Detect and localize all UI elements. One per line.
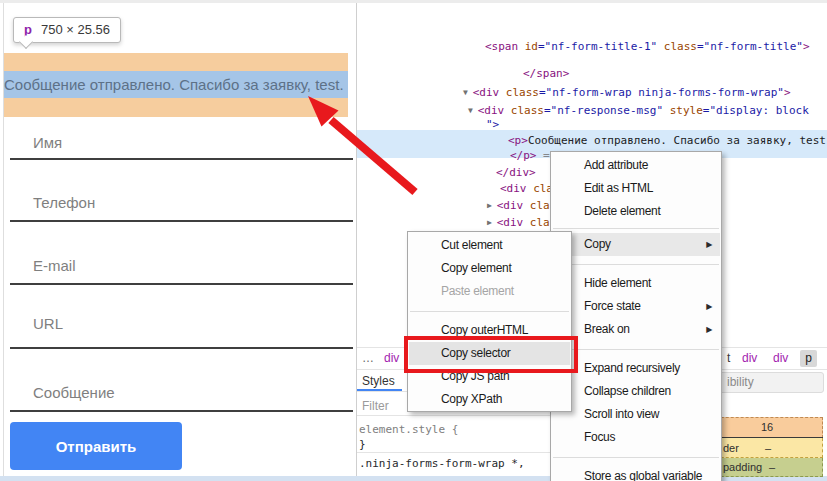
dom-tree-node[interactable]: ▼ <div class="nf-form-wrap ninja-forms-f… — [463, 86, 791, 99]
response-message: Сообщение отправлено. Спасибо за заявку,… — [4, 71, 354, 98]
style-rule-selector[interactable]: .ninja-forms-form-wrap *, — [359, 457, 525, 470]
rule-separator — [357, 452, 550, 453]
code-segment-attr: class — [506, 86, 539, 99]
menu-item-add-attribute[interactable]: Add attribute — [552, 154, 720, 177]
code-segment-val: ="nf-response-msg" — [544, 104, 663, 117]
code-segment-tag: <p> — [508, 134, 528, 147]
tab-styles[interactable]: Styles — [362, 374, 395, 388]
dom-tree-node[interactable]: </span> — [523, 67, 569, 80]
form-field-label: Имя — [33, 134, 62, 151]
menu-separator — [410, 311, 569, 312]
copy-submenu: Cut elementCopy elementPaste elementCopy… — [407, 231, 572, 412]
dom-tree-node[interactable]: <div cla — [500, 182, 553, 195]
code-segment-attr: cla — [530, 199, 550, 212]
menu-item-paste-element[interactable]: Paste element — [409, 280, 570, 303]
code-segment-tag: <div — [478, 104, 511, 117]
menu-separator — [553, 228, 719, 229]
code-segment-attr: style — [663, 104, 703, 117]
menu-item-cut-element[interactable]: Cut element — [409, 234, 570, 257]
inspect-margin-band-bottom — [4, 98, 348, 117]
menu-item-copy-element[interactable]: Copy element — [409, 257, 570, 280]
form-field-underline — [10, 158, 353, 160]
tooltip-dimensions: 750 × 25.56 — [41, 22, 110, 37]
dom-tree-node[interactable]: <span id="nf-form-title-1" class="nf-for… — [485, 40, 810, 53]
dom-tree-node[interactable]: ▶ <div cla — [487, 199, 550, 212]
boxmodel-border-label: der — [723, 442, 739, 454]
code-segment-tag: </p> — [510, 149, 537, 162]
boxmodel-margin-value: 16 — [761, 421, 773, 433]
submit-button[interactable]: Отправить — [10, 422, 182, 470]
code-segment-val: ="nf-form-title-1" — [538, 40, 657, 53]
menu-separator — [553, 264, 719, 265]
code-segment-arrow: ▶ — [487, 218, 497, 227]
code-segment-tag: <div — [473, 86, 506, 99]
dom-tree-node[interactable]: ▶ <div cla — [487, 216, 550, 229]
code-segment-arrow: ▶ — [487, 201, 497, 210]
form-field-label: URL — [33, 315, 63, 332]
code-segment-val: ="display: block — [703, 104, 809, 117]
boxmodel-padding-label: padding — [723, 461, 762, 473]
code-segment-tag: <span — [485, 40, 525, 53]
code-segment-tag: <div — [497, 216, 530, 229]
inspect-margin-band-top — [4, 53, 348, 71]
form-field-underline — [10, 410, 353, 412]
breadcrumb-item[interactable]: … — [362, 351, 374, 365]
menu-item-collapse-children[interactable]: Collapse children — [552, 380, 720, 403]
form-field-label: E-mail — [33, 257, 76, 274]
menu-item-scroll-into-view[interactable]: Scroll into view — [552, 403, 720, 426]
breadcrumb-item[interactable]: div — [742, 351, 757, 365]
submenu-arrow-icon: ▶ — [706, 295, 712, 318]
filterrow-border — [357, 415, 550, 416]
styles-filter-input[interactable]: Filter — [362, 399, 389, 413]
boxmodel-border-value: – — [765, 442, 771, 454]
code-segment-arrow: ▼ — [468, 106, 478, 115]
code-segment-attr: class — [511, 104, 544, 117]
code-segment-tag: </div> — [496, 166, 536, 179]
code-segment-tag: </span> — [523, 67, 569, 80]
boxmodel-padding-value: – — [769, 461, 775, 473]
form-field-underline — [10, 347, 353, 349]
code-segment-attr: cla — [530, 216, 550, 229]
menu-item-hide-element[interactable]: Hide element — [552, 272, 720, 295]
menu-item-store-as-global-variable[interactable]: Store as global variable — [552, 465, 720, 481]
computed-filter-text: ibility — [727, 375, 754, 389]
style-rule-element-style[interactable]: element.style { — [359, 423, 458, 436]
styles-tab-underline — [357, 389, 402, 391]
dom-tree-node[interactable]: "> — [486, 118, 499, 131]
menu-separator — [553, 457, 719, 458]
menu-item-force-state[interactable]: Force state▶ — [552, 295, 720, 318]
code-segment-val: ="nf-form-wrap ninja-forms-form-wrap" — [539, 86, 784, 99]
menu-item-delete-element[interactable]: Delete element — [552, 200, 720, 223]
window-top-border — [0, 0, 827, 3]
dom-tree-node[interactable]: ▼ <div class="nf-response-msg" style="di… — [468, 104, 809, 117]
form-field-label: Телефон — [33, 194, 95, 211]
menu-item-copy-xpath[interactable]: Copy XPath — [409, 388, 570, 411]
code-segment-text: Сообщение отправлено. Спасибо за заявку,… — [528, 134, 827, 147]
code-segment-tag: <div — [497, 199, 530, 212]
breadcrumb-item[interactable]: div — [384, 351, 399, 365]
breadcrumb-item[interactable]: div — [773, 351, 788, 365]
browser-window: Сообщение отправлено. Спасибо за заявку,… — [0, 0, 827, 481]
submenu-arrow-icon: ▶ — [706, 318, 712, 341]
menu-item-focus[interactable]: Focus — [552, 426, 720, 449]
code-segment-tag: <div — [500, 182, 533, 195]
breadcrumb-item[interactable]: t — [727, 351, 730, 365]
form-field-underline — [10, 220, 353, 222]
code-segment-val: ="nf-form-title" — [697, 40, 803, 53]
menu-item-edit-as-html[interactable]: Edit as HTML — [552, 177, 720, 200]
submenu-arrow-icon: ▶ — [706, 233, 712, 256]
code-segment-tag: > — [803, 40, 810, 53]
code-segment-attr: class — [657, 40, 697, 53]
code-segment-val: "> — [486, 118, 499, 131]
dom-tree-node[interactable]: <p>Сообщение отправлено. Спасибо за заяв… — [508, 134, 827, 147]
form-field-underline — [10, 283, 353, 285]
copy-selector-annotation-box — [404, 336, 578, 373]
breadcrumb-item-selected[interactable]: p — [800, 350, 817, 367]
form-field-label: Сообщение — [33, 384, 115, 401]
element-context-menu: Add attributeEdit as HTMLDelete elementC… — [550, 151, 722, 481]
style-rule-close-brace[interactable]: } — [359, 438, 366, 451]
code-segment-attr: id — [525, 40, 538, 53]
code-segment-arrow: ▼ — [463, 88, 473, 97]
dom-tree-node[interactable]: </div> — [496, 166, 536, 179]
menu-item-copy[interactable]: Copy▶ — [552, 233, 720, 256]
